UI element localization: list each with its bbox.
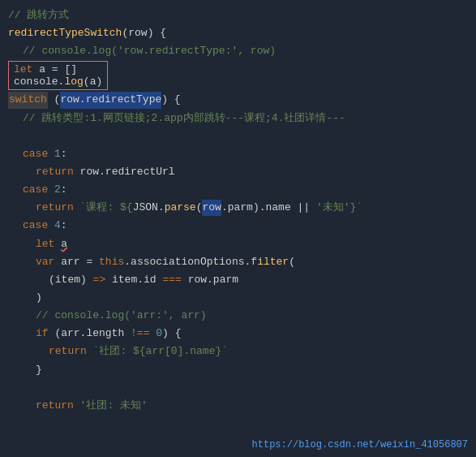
code-line-comment-types: // 跳转类型:1.网页链接;2.app内部跳转---课程;4.社团详情--- xyxy=(0,110,476,127)
number-1: 1 xyxy=(54,146,61,162)
space-after-switch: ( xyxy=(48,92,61,108)
dot-this: . xyxy=(124,254,131,270)
paren-close: ) { xyxy=(148,25,166,41)
code-line-return-unknown: return '社团: 未知' xyxy=(0,397,476,415)
keyword-let2: let xyxy=(36,236,61,252)
code-line-return-template: return `课程: ${JSON.parse(row.parm).name … xyxy=(0,199,476,217)
var-a: a xyxy=(39,63,52,75)
strict-eq: === xyxy=(162,272,181,288)
number-2: 2 xyxy=(54,182,61,198)
comment-console-log: // console.log('row.redirectType:', row) xyxy=(23,43,276,59)
template-string-case2: `课程: ${ xyxy=(80,200,133,216)
code-line-var-arr: var arr = this.associationOptions.filter… xyxy=(0,253,476,271)
code-line-blank2 xyxy=(0,379,476,397)
comment-redirect-type: // 跳转方式 xyxy=(8,7,69,24)
code-line-return-url: return row.redirectUrl xyxy=(0,163,476,181)
if-paren-close: ) { xyxy=(162,326,181,342)
parse-func: parse xyxy=(165,200,196,216)
number-4: 4 xyxy=(54,218,61,234)
func-name: redirectTypeSwitch xyxy=(8,25,122,41)
colon2: : xyxy=(61,182,67,198)
comment-arr-log: // console.log('arr:', arr) xyxy=(36,308,207,324)
dot-json: . xyxy=(158,200,165,216)
keyword-switch: switch xyxy=(8,92,48,108)
code-line-let-a-case4: let a xyxy=(0,235,476,253)
code-line-case2: case 2: xyxy=(0,181,476,199)
zero xyxy=(149,326,156,342)
dot-redirect: . xyxy=(99,164,105,180)
parse-paren: ( xyxy=(196,200,203,216)
code-line-close-if: } xyxy=(0,361,476,379)
var-arr: arr xyxy=(61,254,86,270)
code-line-console-log-a: console.log(a) xyxy=(14,75,102,88)
keyword-return2: return xyxy=(36,200,80,216)
keyword-case4: case xyxy=(23,218,54,234)
item-id: item.id xyxy=(105,272,162,288)
name-prop: name xyxy=(266,200,291,216)
arrow-op: => xyxy=(93,272,106,288)
code-line-switch: switch (row.redirectType) { xyxy=(0,91,476,109)
club-template: `社团: ${arr[0].name}` xyxy=(93,343,228,360)
if-paren-open: (arr.length xyxy=(54,326,131,342)
log-args: (a) xyxy=(84,75,102,88)
code-line-comment-log: // console.log('row.redirectType:', row) xyxy=(0,42,476,60)
row-parm-filter: row.parm xyxy=(182,272,238,288)
code-line-func-def: redirectTypeSwitch(row) { xyxy=(0,24,476,42)
keyword-case2: case xyxy=(23,182,54,198)
param-row: row xyxy=(128,25,147,41)
code-line-let-a: let a = [] xyxy=(14,63,102,75)
code-line-if-length: if (arr.length !== 0) { xyxy=(0,325,476,343)
keyword-return1: return xyxy=(36,164,80,180)
colon1: : xyxy=(61,146,67,162)
paren-open: ( xyxy=(122,25,128,41)
keyword-if: if xyxy=(36,326,54,342)
code-line-case1: case 1: xyxy=(0,145,476,163)
unknown-str: '未知' xyxy=(316,200,350,216)
close-if-brace: } xyxy=(36,362,42,378)
filter-func: filter xyxy=(251,254,289,270)
row-redirecturl: row xyxy=(80,164,99,180)
eq-arr: = xyxy=(86,254,99,270)
code-lines-highlighted-block: let a = [] console.log(a) xyxy=(0,60,476,91)
switch-close: ) { xyxy=(161,92,180,108)
json-obj: JSON xyxy=(133,200,158,216)
code-line-comment-title: // 跳转方式 xyxy=(0,6,476,24)
code-line-filter-arrow: (item) => item.id === row.parm xyxy=(0,271,476,289)
code-editor: // 跳转方式 redirectTypeSwitch(row) { // con… xyxy=(0,0,476,457)
code-line-case4: case 4: xyxy=(0,217,476,235)
assoc-options: associationOptions xyxy=(131,254,244,270)
template-end: }` xyxy=(350,200,363,216)
colon4: : xyxy=(61,218,67,234)
comment-types-text: // 跳转类型:1.网页链接;2.app内部跳转---课程;4.社团详情--- xyxy=(23,110,345,127)
dot-parm: .parm). xyxy=(221,200,266,216)
code-line-comment-arr: // console.log('arr:', arr) xyxy=(0,307,476,325)
keyword-return3: return xyxy=(49,343,93,360)
keyword-case1: case xyxy=(23,146,54,162)
this-keyword: this xyxy=(99,254,124,270)
code-line-return-club: return `社团: ${arr[0].name}` xyxy=(0,343,476,360)
num-zero: 0 xyxy=(156,326,162,342)
prop-redirecturl: redirectUrl xyxy=(105,164,175,180)
var-a-case4: a xyxy=(61,236,67,252)
keyword-let: let xyxy=(14,63,39,75)
filter-paren: ( xyxy=(289,254,295,270)
close-filter-paren: ) xyxy=(36,290,42,306)
unknown-club-str: '社团: 未知' xyxy=(80,398,148,414)
row-parm-hl: row xyxy=(202,200,221,216)
not-eq-op: !== xyxy=(131,326,149,342)
keyword-return4: return xyxy=(36,398,80,414)
console-obj: console xyxy=(14,75,58,88)
row-redirecttype-highlighted: row.redirectType xyxy=(60,92,161,108)
code-line-blank1 xyxy=(0,127,476,145)
code-line-close-paren: ) xyxy=(0,289,476,307)
log-func: log xyxy=(64,75,83,88)
keyword-var: var xyxy=(36,254,61,270)
footer-blog-link[interactable]: https://blog.csdn.net/weixin_41056807 xyxy=(252,439,468,451)
dot-filter: . xyxy=(245,254,251,270)
blog-url: https://blog.csdn.net/weixin_41056807 xyxy=(252,439,468,451)
or-op: || xyxy=(291,200,316,216)
equals: = [] xyxy=(52,63,77,75)
item-param: (item) xyxy=(49,272,93,288)
